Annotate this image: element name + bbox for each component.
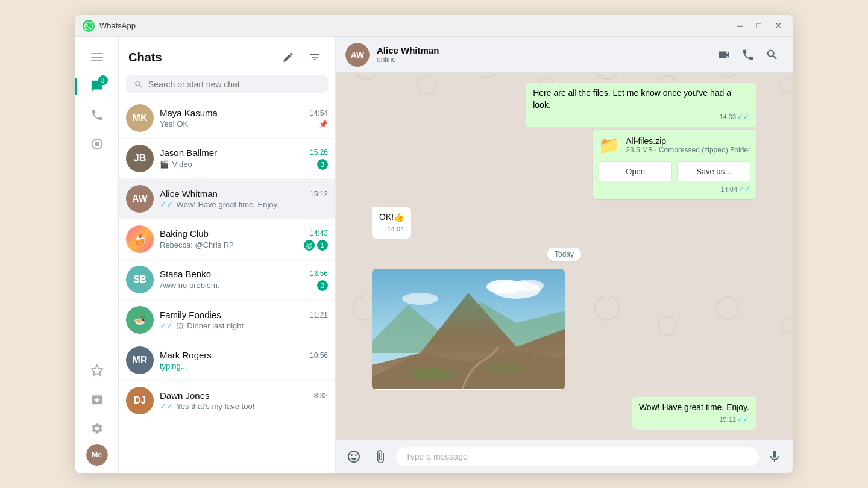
image-message: So beautiful here! 15:06 ❤️: [372, 269, 565, 390]
chat-msg: Aww no problem.: [160, 281, 315, 290]
file-size: 23.5 MB · Compressed (zipped) Folder: [626, 146, 750, 154]
chats-title: Chats: [128, 51, 277, 64]
chat-time: 14:54: [310, 109, 328, 117]
chat-item-mark[interactable]: MR Mark Rogers 10:56 typing...: [119, 340, 335, 381]
read-receipt: ✓✓: [737, 112, 749, 122]
contact-avatar[interactable]: AW: [345, 43, 370, 67]
video-call-button[interactable]: [713, 44, 735, 66]
new-chat-button[interactable]: [277, 46, 299, 68]
attach-button[interactable]: [370, 446, 391, 468]
file-name: All-files.zip: [626, 136, 750, 146]
chat-badge: 3: [98, 75, 108, 85]
chat-time: 11:21: [310, 311, 328, 319]
double-check-icon: ✓✓: [160, 402, 173, 411]
settings-nav-icon[interactable]: [84, 415, 110, 442]
search-bar: [126, 75, 328, 93]
avatar-alice: AW: [126, 185, 154, 213]
starred-nav-icon[interactable]: [84, 357, 110, 384]
chat-msg: 🎬 Video: [160, 160, 315, 169]
chat-item-maya[interactable]: MK Maya Kasuma 14:54 Yes! OK 📌: [119, 98, 335, 139]
svg-rect-2: [91, 57, 103, 58]
chat-item-alice[interactable]: AW Alice Whitman 15:12 ✓✓ Wow! Have grea…: [119, 179, 335, 219]
svg-rect-3: [91, 60, 103, 61]
maximize-button[interactable]: □: [752, 19, 766, 33]
avatar-jason: JB: [126, 145, 154, 172]
message-sent-1: Here are all the files. Let me know once…: [526, 83, 756, 127]
message-time: 14:03: [719, 113, 736, 122]
zip-file-icon: 📁: [599, 136, 620, 155]
voice-call-button[interactable]: [737, 44, 759, 66]
unread-badge: 3: [317, 159, 328, 170]
unread-badge: 2: [317, 280, 328, 291]
message-input[interactable]: [396, 447, 759, 466]
search-input[interactable]: [148, 80, 320, 89]
chat-search-button[interactable]: [761, 44, 783, 66]
chat-name: Dawn Jones: [160, 390, 210, 401]
messages-area: Here are all the files. Let me know once…: [336, 73, 793, 439]
close-button[interactable]: ✕: [771, 19, 785, 33]
avatar-family: 🍜: [126, 306, 154, 334]
archived-nav-icon[interactable]: [84, 386, 110, 413]
chat-list-panel: Chats MK: [119, 37, 336, 473]
image-icon: 🖼: [177, 322, 184, 330]
filter-button[interactable]: [304, 46, 326, 68]
message-image: [372, 269, 565, 389]
emoji-button[interactable]: [343, 446, 365, 468]
chat-time: 14:43: [310, 229, 328, 237]
svg-point-16: [483, 363, 526, 373]
message-text: OK!👍: [379, 212, 404, 222]
chat-header: AW Alice Whitman online: [336, 37, 793, 73]
svg-point-10: [514, 280, 544, 292]
chat-msg: typing...: [160, 361, 328, 371]
message-received-1: OK!👍 14:04: [372, 207, 411, 239]
contact-name: Alice Whitman: [377, 45, 706, 55]
chat-item-family[interactable]: 🍜 Family Foodies 11:21 ✓✓ 🖼 Dinner last …: [119, 300, 335, 340]
window-controls: ─ □ ✕: [732, 19, 785, 33]
svg-point-5: [95, 142, 99, 146]
chat-name: Maya Kasuma: [160, 108, 218, 118]
chat-item-stasa[interactable]: SB Stasa Benko 13:56 Aww no problem. 2: [119, 260, 335, 300]
svg-marker-6: [91, 365, 102, 375]
double-check-icon: ✓✓: [160, 200, 173, 209]
status-nav-icon[interactable]: [84, 131, 110, 157]
chat-name: Alice Whitman: [160, 189, 218, 199]
double-check-icon: ✓✓: [160, 321, 173, 330]
chat-item-dawn[interactable]: DJ Dawn Jones 8:32 ✓✓ Yes that's my fave…: [119, 381, 335, 421]
chat-time: 15:26: [310, 148, 328, 157]
avatar-dawn: DJ: [126, 387, 154, 414]
avatar-stasa: SB: [126, 266, 154, 293]
chat-panel: AW Alice Whitman online: [336, 37, 793, 473]
app-body: 3 Me Chats: [75, 37, 793, 473]
chat-time: 8:32: [314, 392, 328, 400]
menu-icon[interactable]: [84, 44, 110, 70]
read-receipt: ✓✓: [737, 414, 749, 425]
calls-nav-icon[interactable]: [84, 102, 110, 128]
avatar-mark: MR: [126, 346, 154, 374]
chat-header-icons: [713, 44, 783, 66]
message-text: Wow! Have great time. Enjoy.: [639, 402, 749, 412]
svg-rect-1: [91, 53, 103, 54]
chats-nav-icon[interactable]: 3: [84, 73, 110, 99]
chat-item-baking[interactable]: 🍰 Baking Club 14:43 Rebecca: @Chris R? @…: [119, 219, 335, 260]
message-time: 14:04: [388, 225, 404, 234]
open-file-button[interactable]: Open: [599, 161, 672, 181]
mic-button[interactable]: [764, 446, 785, 468]
chat-msg: ✓✓ 🖼 Dinner last night: [160, 321, 328, 330]
minimize-button[interactable]: ─: [732, 19, 747, 33]
file-message: 📁 All-files.zip 23.5 MB · Compressed (zi…: [593, 130, 756, 199]
chat-item-jason[interactable]: JB Jason Ballmer 15:26 🎬 Video 3: [119, 139, 335, 179]
chat-time: 13:56: [310, 269, 328, 278]
chat-msg: Yes! OK: [160, 119, 316, 128]
chat-time: 10:56: [310, 351, 328, 360]
save-file-button[interactable]: Save as...: [677, 161, 750, 181]
chat-name: Family Foodies: [160, 310, 221, 320]
chat-msg: Rebecca: @Chris R?: [160, 240, 301, 249]
svg-point-0: [83, 20, 95, 32]
title-bar: WhatsApp ─ □ ✕: [75, 15, 793, 37]
user-avatar[interactable]: Me: [86, 444, 108, 466]
read-receipt: ✓✓: [738, 185, 750, 193]
chat-name: Stasa Benko: [160, 269, 211, 279]
sidebar-nav: 3 Me: [75, 37, 119, 473]
chat-list-header: Chats: [119, 37, 335, 73]
video-icon: 🎬: [160, 160, 169, 169]
